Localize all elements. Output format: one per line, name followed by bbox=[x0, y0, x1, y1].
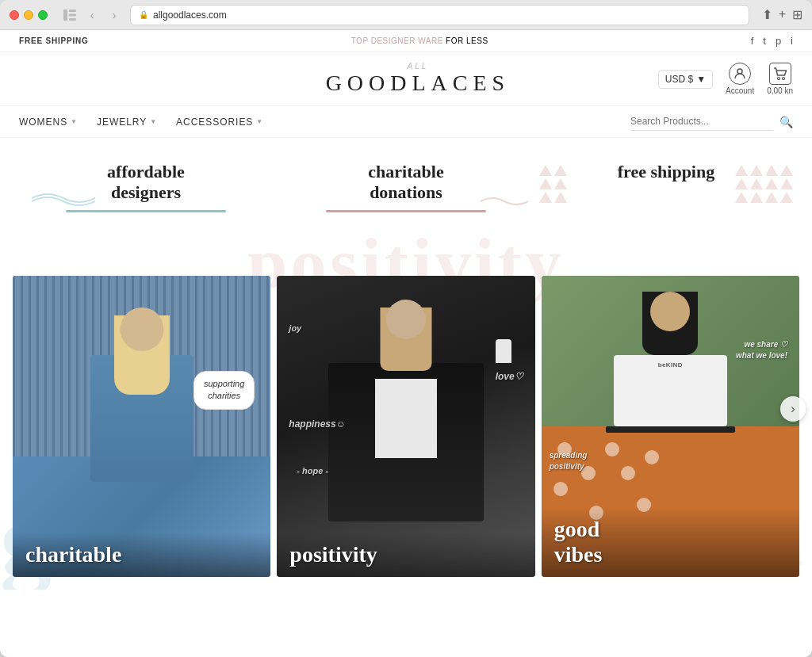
love-text: love♡ bbox=[496, 371, 523, 382]
social-icons: f t p i bbox=[751, 35, 793, 47]
currency-chevron: ▼ bbox=[696, 74, 706, 85]
cards-container: supportingcharities charitable bbox=[0, 228, 812, 590]
currency-selector[interactable]: USD $ ▼ bbox=[658, 70, 713, 89]
card-charitable: supportingcharities charitable bbox=[13, 276, 270, 577]
back-button[interactable]: ‹ bbox=[82, 6, 102, 25]
nav-jewelry-label: JEWELRY bbox=[97, 117, 147, 128]
pinterest-icon[interactable]: p bbox=[776, 35, 781, 47]
top-bar-center: TOP DESIGNER WARE FOR LESS bbox=[89, 36, 751, 45]
affordable-underline bbox=[66, 210, 226, 212]
page-content: FREE SHIPPING TOP DESIGNER WARE FOR LESS… bbox=[0, 30, 812, 657]
browser-window: ‹ › 🔒 allgoodlaces.com ⬆ + ⊞ FREE SHIPPI… bbox=[0, 0, 812, 657]
nav-womens[interactable]: WOMENS ▼ bbox=[19, 117, 78, 128]
currency-label: USD $ bbox=[665, 74, 693, 85]
top-bar-rest: FOR LESS bbox=[446, 36, 488, 45]
site-nav: WOMENS ▼ JEWELRY ▼ ACCESSORIES ▼ 🔍 bbox=[0, 106, 812, 138]
carousel-next-button[interactable]: › bbox=[780, 396, 806, 422]
browser-titlebar: ‹ › 🔒 allgoodlaces.com ⬆ + ⊞ bbox=[0, 0, 812, 30]
lock-icon: 🔒 bbox=[139, 10, 148, 19]
url-text: allgoodlaces.com bbox=[153, 10, 227, 21]
nav-jewelry[interactable]: JEWELRY ▼ bbox=[97, 117, 157, 128]
cart-area[interactable]: 0,00 kn bbox=[767, 63, 793, 95]
minimize-button[interactable] bbox=[24, 10, 33, 20]
main-content-section: positivity go al bbox=[0, 228, 812, 590]
svg-point-5 bbox=[777, 78, 779, 80]
grid-icon[interactable]: ⊞ bbox=[792, 7, 802, 22]
account-area[interactable]: Account bbox=[726, 63, 754, 95]
svg-point-4 bbox=[737, 69, 742, 74]
search-icon[interactable]: 🔍 bbox=[779, 116, 793, 128]
account-icon bbox=[729, 63, 751, 85]
twitter-icon[interactable]: t bbox=[763, 35, 766, 47]
logo-all: ALL bbox=[408, 62, 429, 71]
instagram-icon[interactable]: i bbox=[791, 35, 793, 47]
search-area: 🔍 bbox=[630, 113, 793, 131]
head-1 bbox=[120, 307, 163, 351]
triangle-decoration-left bbox=[536, 162, 570, 206]
sidebar-toggle[interactable] bbox=[60, 6, 79, 25]
card-1-label: charitable bbox=[25, 542, 121, 567]
affordable-title: affordabledesigners bbox=[107, 162, 185, 204]
close-button[interactable] bbox=[10, 10, 19, 20]
cart-icon bbox=[769, 63, 791, 85]
tshirt: beKIND bbox=[614, 355, 727, 426]
white-shirt bbox=[375, 379, 437, 458]
top-bar-highlight: TOP DESIGNER WARE bbox=[351, 36, 443, 45]
address-bar[interactable]: 🔒 allgoodlaces.com bbox=[130, 5, 749, 25]
svg-rect-3 bbox=[69, 18, 76, 21]
nav-accessories[interactable]: ACCESSORIES ▼ bbox=[176, 117, 263, 128]
features-section: affordabledesigners charitabledonations bbox=[0, 138, 812, 228]
logo-main[interactable]: GOODLACES bbox=[326, 71, 511, 96]
we-share-text: we share ♡what we love! bbox=[736, 339, 787, 361]
logo-area: ALL GOODLACES bbox=[178, 62, 658, 96]
card-good-vibes: beKIND we share ♡what we love! spreading… bbox=[542, 276, 799, 577]
facebook-icon[interactable]: f bbox=[751, 35, 754, 47]
free-shipping-label: FREE SHIPPING bbox=[19, 36, 89, 45]
charitable-title: charitabledonations bbox=[368, 162, 443, 204]
hope-text: - hope - bbox=[297, 466, 328, 476]
svg-point-6 bbox=[782, 78, 784, 80]
free-shipping-title: free shipping bbox=[618, 162, 714, 182]
nav-womens-label: WOMENS bbox=[19, 117, 67, 128]
feature-affordable: affordabledesigners bbox=[16, 162, 276, 212]
search-input[interactable] bbox=[630, 113, 773, 131]
card-1-label-area: charitable bbox=[13, 533, 270, 577]
card-1-image bbox=[13, 276, 270, 577]
svg-rect-0 bbox=[63, 10, 67, 21]
coffee-cup bbox=[496, 339, 511, 363]
charitable-underline bbox=[326, 210, 486, 212]
svg-rect-1 bbox=[69, 10, 76, 12]
joy-text: joy bbox=[289, 323, 301, 333]
head-3 bbox=[650, 292, 690, 331]
triangle-decoration bbox=[732, 162, 796, 206]
card-3-label: goodvibes bbox=[554, 517, 603, 567]
happiness-text: happiness☺ bbox=[289, 418, 346, 430]
head-2 bbox=[386, 300, 426, 339]
card-3-label-area: goodvibes bbox=[542, 507, 799, 577]
account-label: Account bbox=[726, 86, 754, 95]
womens-chevron: ▼ bbox=[71, 118, 78, 125]
jewelry-chevron: ▼ bbox=[150, 118, 157, 125]
accessories-chevron: ▼ bbox=[256, 118, 263, 125]
card-2-label: positivity bbox=[289, 542, 377, 567]
feature-free-shipping: free shipping bbox=[536, 162, 796, 212]
top-bar: FREE SHIPPING TOP DESIGNER WARE FOR LESS… bbox=[0, 30, 812, 52]
site-header: ALL GOODLACES USD $ ▼ Account bbox=[0, 52, 812, 106]
share-icon[interactable]: ⬆ bbox=[762, 7, 772, 22]
card-positivity: joy love♡ happiness☺ - hope - positivity bbox=[277, 276, 534, 577]
maximize-button[interactable] bbox=[38, 10, 48, 20]
traffic-lights bbox=[10, 10, 48, 20]
new-tab-icon[interactable]: + bbox=[779, 7, 786, 22]
supporting-charities-annotation: supportingcharities bbox=[193, 371, 255, 410]
browser-actions: ⬆ + ⊞ bbox=[762, 7, 802, 22]
header-right: USD $ ▼ Account bbox=[658, 63, 793, 95]
browser-controls: ‹ › bbox=[60, 6, 124, 25]
cart-label: 0,00 kn bbox=[767, 86, 793, 95]
nav-links: WOMENS ▼ JEWELRY ▼ ACCESSORIES ▼ bbox=[19, 117, 630, 128]
feature-charitable: charitabledonations bbox=[276, 162, 536, 212]
forward-button[interactable]: › bbox=[105, 6, 124, 25]
belt bbox=[606, 426, 735, 433]
card-2-label-area: positivity bbox=[277, 533, 534, 577]
nav-accessories-label: ACCESSORIES bbox=[176, 117, 253, 128]
svg-rect-2 bbox=[69, 13, 76, 16]
